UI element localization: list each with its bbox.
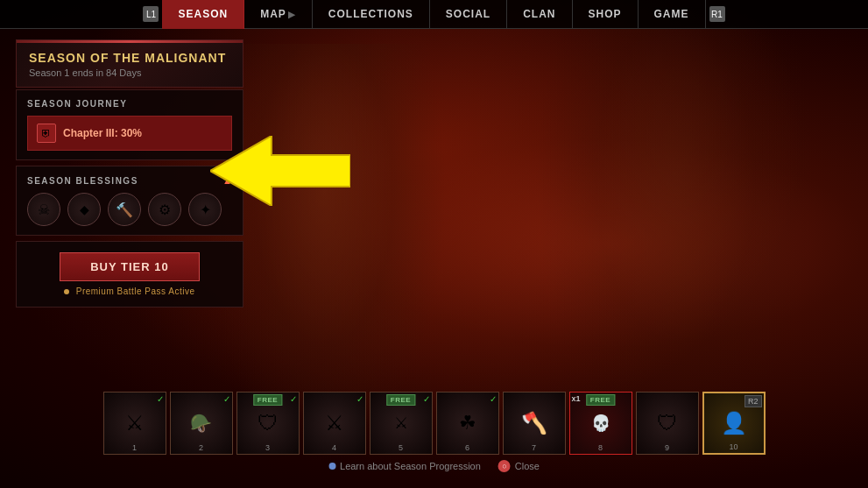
season-journey-section: SEASON JOURNEY ⛨ Chapter III: 30%	[16, 89, 243, 160]
blessings-label: SEASON BLESSINGS	[27, 176, 138, 186]
blessing-icon-1[interactable]: ☠	[27, 193, 60, 226]
panel-title: SEASON OF THE MALIGNANT	[29, 51, 230, 65]
item-num-6: 6	[465, 443, 469, 452]
item-num-10: 10	[729, 442, 737, 451]
footer-info: Learn about Season Progression ○ Close	[328, 460, 540, 472]
item-num-8: 8	[598, 443, 603, 452]
journey-chapter-text: Chapter III: 30%	[63, 127, 142, 139]
info-dot-icon	[328, 463, 335, 470]
info-progression[interactable]: Learn about Season Progression	[328, 461, 481, 471]
journey-chapter-item[interactable]: ⛨ Chapter III: 30%	[27, 116, 232, 151]
item-num-5: 5	[399, 443, 403, 452]
item-card-9[interactable]: 🛡 9	[636, 392, 699, 455]
buy-section: BUY TIER 10 Premium Battle Pass Active	[16, 241, 243, 308]
item-card-5[interactable]: FREE ⚔ ✓ 5	[370, 392, 433, 455]
arrow-indicator	[210, 136, 350, 206]
checkmark-5: ✓	[423, 394, 430, 404]
blessing-icons-row: ☠ ◆ 🔨 ⚙ ✦	[27, 193, 232, 226]
navbar: L1 SEASON MAP ▶ COLLECTIONS SOCIAL CLAN …	[0, 0, 868, 29]
item-strip: ⚔ ✓ 1 🪖 ✓ 2 FREE 🛡 ✓ 3 ⚔ ✓ 4 FREE ⚔ ✓ 5 …	[0, 392, 868, 455]
blessing-icon-3[interactable]: 🔨	[108, 193, 141, 226]
close-button[interactable]: ○ Close	[498, 460, 540, 472]
close-circle-icon: ○	[498, 460, 511, 472]
panel-subtitle: Season 1 ends in 84 Days	[29, 67, 230, 78]
blessings-header: SEASON BLESSINGS ▲	[27, 175, 232, 186]
item-num-3: 3	[265, 443, 270, 452]
nav-clan[interactable]: CLAN	[507, 0, 572, 29]
x1-badge-8: x1	[572, 394, 581, 403]
checkmark-6: ✓	[490, 394, 497, 404]
nav-social[interactable]: SOCIAL	[430, 0, 507, 29]
checkmark-2: ✓	[223, 394, 230, 404]
nav-map[interactable]: MAP ▶	[244, 0, 313, 29]
checkmark-1: ✓	[157, 394, 164, 404]
nav-season[interactable]: SEASON	[162, 0, 244, 29]
item-num-7: 7	[532, 443, 536, 452]
item-card-6[interactable]: ☘ ✓ 6	[436, 392, 499, 455]
journey-icon: ⛨	[37, 124, 56, 143]
nav-collections[interactable]: COLLECTIONS	[313, 0, 430, 29]
item-card-1[interactable]: ⚔ ✓ 1	[103, 392, 166, 455]
free-badge-8: FREE	[586, 394, 615, 406]
item-num-1: 1	[132, 443, 137, 452]
checkmark-3: ✓	[290, 394, 297, 404]
nav-shop[interactable]: SHOP	[573, 0, 639, 29]
season-journey-label: SEASON JOURNEY	[27, 99, 232, 109]
item-card-3[interactable]: FREE 🛡 ✓ 3	[236, 392, 300, 455]
r2-badge-10: R2	[745, 395, 762, 407]
item-num-4: 4	[332, 443, 336, 452]
blessing-icon-4[interactable]: ⚙	[148, 193, 181, 226]
season-blessings-section: SEASON BLESSINGS ▲ ☠ ◆ 🔨 ⚙ ✦	[16, 166, 243, 236]
free-badge-3: FREE	[253, 394, 282, 406]
nav-game[interactable]: GAME	[639, 0, 706, 29]
nav-l1-button[interactable]: L1	[143, 6, 159, 22]
free-badge-5: FREE	[386, 394, 415, 406]
item-card-8[interactable]: FREE x1 💀 8	[569, 392, 632, 455]
buy-tier-button[interactable]: BUY TIER 10	[60, 252, 200, 281]
item-card-10[interactable]: 👤 R2 10	[702, 392, 766, 455]
panel-header: SEASON OF THE MALIGNANT Season 1 ends in…	[16, 39, 243, 88]
premium-dot-icon	[64, 289, 69, 294]
item-card-4[interactable]: ⚔ ✓ 4	[303, 392, 366, 455]
premium-status: Premium Battle Pass Active	[27, 286, 232, 296]
item-num-2: 2	[199, 443, 203, 452]
item-card-7[interactable]: 🪓 7	[503, 392, 566, 455]
blessing-icon-2[interactable]: ◆	[67, 193, 101, 226]
svg-marker-0	[210, 136, 350, 206]
item-card-2[interactable]: 🪖 ✓ 2	[170, 392, 233, 455]
left-panel: SEASON OF THE MALIGNANT Season 1 ends in…	[16, 39, 243, 308]
item-num-9: 9	[665, 443, 669, 452]
nav-r1-button[interactable]: R1	[709, 6, 725, 22]
checkmark-4: ✓	[356, 394, 363, 404]
